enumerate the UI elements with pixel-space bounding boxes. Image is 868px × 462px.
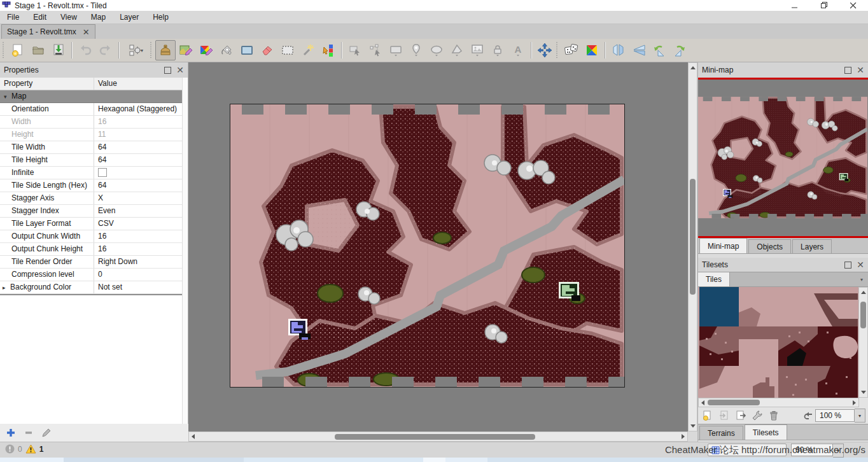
property-row-output-chunk-width[interactable]: Output Chunk Width16: [0, 230, 183, 243]
close-panel-icon[interactable]: ✕: [176, 67, 184, 73]
map-zoom-value[interactable]: 60 %: [791, 444, 833, 456]
map-canvas[interactable]: [230, 104, 625, 388]
edit-property-button[interactable]: [39, 426, 53, 440]
wang-brush-button[interactable]: [196, 40, 216, 60]
scrollbar-thumb[interactable]: [690, 179, 696, 295]
insert-ellipse-button[interactable]: [426, 40, 447, 60]
property-row-tile-render-order[interactable]: Tile Render OrderRight Down: [0, 256, 183, 269]
save-file-button[interactable]: [48, 40, 69, 60]
tileset-horizontal-scrollbar[interactable]: [698, 398, 859, 407]
insert-text-button[interactable]: A: [508, 40, 528, 60]
document-tab[interactable]: Stage 1 - Revolt.tmx ✕: [1, 24, 95, 39]
layer-offset-button[interactable]: [535, 40, 555, 60]
property-row-orientation[interactable]: OrientationHexagonal (Staggered): [0, 103, 183, 116]
map-vertical-scrollbar[interactable]: [688, 62, 697, 431]
edit-tileset-button[interactable]: [750, 409, 764, 423]
select-same-tile-button[interactable]: [318, 40, 339, 60]
scrollbar-thumb[interactable]: [860, 302, 866, 328]
minimize-button[interactable]: [780, 0, 809, 11]
tileset-view[interactable]: [698, 287, 868, 398]
toolbar-drag-handle[interactable]: [556, 42, 560, 59]
property-row-tile-width[interactable]: Tile Width64: [0, 141, 183, 154]
new-tileset-button[interactable]: [701, 409, 715, 423]
close-panel-icon[interactable]: ✕: [857, 67, 864, 73]
embed-tileset-button[interactable]: [717, 409, 731, 423]
flip-vertical-button[interactable]: [629, 40, 649, 60]
redo-button[interactable]: [95, 40, 116, 60]
tab-minimap[interactable]: Mini-map: [699, 238, 747, 253]
reset-zoom-button[interactable]: [801, 409, 815, 423]
property-row-stagger-axis[interactable]: Stagger AxisX: [0, 192, 183, 205]
restore-button[interactable]: [809, 0, 839, 11]
map-zoom-dropdown[interactable]: ▾: [833, 444, 844, 458]
property-row-tile-layer-format[interactable]: Tile Layer FormatCSV: [0, 218, 183, 230]
tileset-selector-dropdown[interactable]: ▾: [857, 272, 868, 286]
tab-objects[interactable]: Objects: [748, 239, 791, 253]
property-row-infinite[interactable]: Infinite: [0, 167, 183, 179]
float-panel-icon[interactable]: [844, 67, 851, 74]
undo-button[interactable]: [75, 40, 95, 60]
bucket-fill-button[interactable]: [216, 40, 237, 60]
toolbar-drag-handle[interactable]: [3, 42, 6, 59]
insert-rectangle-button[interactable]: [386, 40, 406, 60]
properties-scrollbar[interactable]: [182, 78, 188, 424]
menu-edit[interactable]: Edit: [26, 11, 53, 23]
toolbar-drag-handle[interactable]: [150, 42, 154, 59]
property-row-stagger-index[interactable]: Stagger IndexEven: [0, 205, 183, 218]
menu-map[interactable]: Map: [84, 11, 113, 23]
insert-tile-button[interactable]: [467, 40, 487, 60]
rectangular-select-button[interactable]: [277, 40, 298, 60]
rotate-left-button[interactable]: [649, 40, 669, 60]
menu-help[interactable]: Help: [146, 11, 176, 23]
tileset-zoom-dropdown[interactable]: ▾: [855, 409, 865, 423]
add-property-button[interactable]: [4, 426, 18, 440]
tileset-zoom-value[interactable]: 100 %: [815, 409, 855, 422]
group-map[interactable]: ▾Map: [0, 90, 183, 103]
grid-toggle-button[interactable]: [708, 444, 787, 456]
map-horizontal-scrollbar[interactable]: [188, 431, 688, 442]
close-button[interactable]: [839, 0, 868, 11]
terrain-brush-button[interactable]: [176, 40, 196, 60]
map-view[interactable]: [188, 62, 697, 442]
insert-point-button[interactable]: [406, 40, 426, 60]
close-panel-icon[interactable]: ✕: [857, 262, 864, 268]
stamp-brush-button[interactable]: [155, 40, 176, 60]
minimap-view[interactable]: [698, 80, 868, 236]
menu-view[interactable]: View: [53, 11, 84, 23]
export-tileset-button[interactable]: [734, 409, 748, 423]
wang-fill-mode-button[interactable]: [582, 40, 602, 60]
flip-horizontal-button[interactable]: [608, 40, 629, 60]
tab-terrains[interactable]: Terrains: [699, 426, 743, 440]
shape-fill-button[interactable]: [237, 40, 257, 60]
tileset-tab-tiles[interactable]: Tiles: [698, 272, 730, 286]
execute-commands-button[interactable]: ▾: [122, 40, 149, 60]
rotate-right-button[interactable]: [669, 40, 690, 60]
tab-close-icon[interactable]: ✕: [83, 27, 90, 37]
remove-tileset-button[interactable]: [767, 409, 781, 423]
edit-polygons-button[interactable]: [365, 40, 386, 60]
select-objects-button[interactable]: [345, 40, 365, 60]
float-panel-icon[interactable]: [844, 262, 851, 269]
property-row-tile-side-length[interactable]: Tile Side Length (Hex)64: [0, 179, 183, 192]
insert-template-button[interactable]: [487, 40, 508, 60]
tab-tilesets[interactable]: Tilesets: [745, 424, 787, 440]
tileset-vertical-scrollbar[interactable]: [858, 287, 868, 398]
float-panel-icon[interactable]: [164, 67, 171, 74]
property-row-compression-level[interactable]: Compression level0: [0, 269, 183, 281]
eraser-button[interactable]: [257, 40, 277, 60]
menu-layer[interactable]: Layer: [113, 11, 146, 23]
insert-polygon-button[interactable]: [447, 40, 467, 60]
remove-property-button[interactable]: [22, 426, 36, 440]
infinite-checkbox[interactable]: [98, 168, 107, 177]
new-map-button[interactable]: [8, 40, 28, 60]
scrollbar-thumb[interactable]: [708, 400, 760, 405]
property-row-background-color[interactable]: ▸Background ColorNot set: [0, 281, 183, 294]
random-mode-button[interactable]: [561, 40, 582, 60]
menu-file[interactable]: File: [0, 11, 26, 23]
tab-layers[interactable]: Layers: [792, 239, 832, 253]
property-row-tile-height[interactable]: Tile Height64: [0, 154, 183, 167]
scrollbar-thumb[interactable]: [335, 434, 535, 440]
magic-wand-button[interactable]: [298, 40, 318, 60]
open-file-button[interactable]: [28, 40, 48, 60]
property-row-output-chunk-height[interactable]: Output Chunk Height16: [0, 243, 183, 256]
